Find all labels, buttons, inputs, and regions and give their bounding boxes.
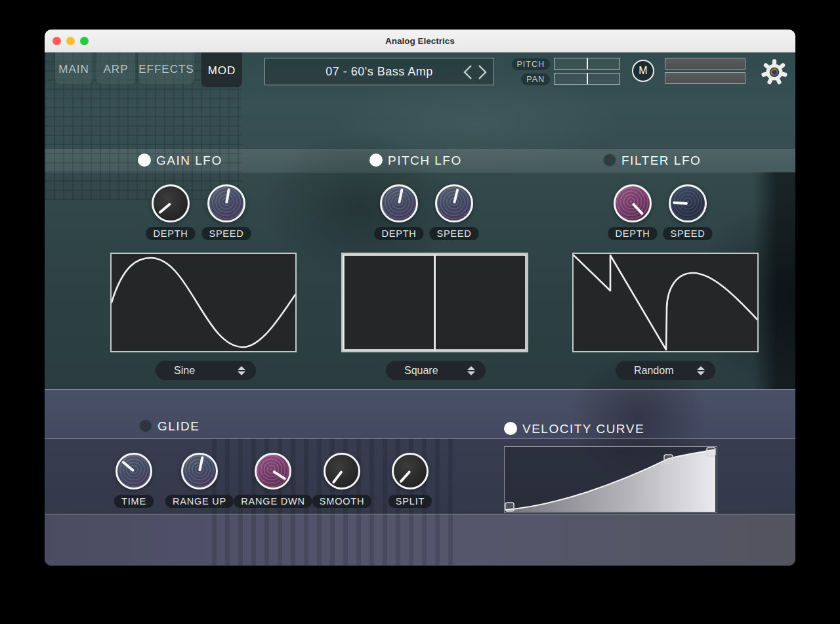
pan-slider-handle[interactable] bbox=[587, 73, 588, 84]
macos-titlebar[interactable]: Analog Electrics bbox=[45, 30, 795, 52]
gain-lfo-title: GAIN LFO bbox=[156, 152, 222, 169]
pitch-slider-handle[interactable] bbox=[587, 58, 588, 69]
gain-lfo-waveform-display bbox=[110, 253, 297, 352]
filter-lfo-enable-led[interactable] bbox=[603, 154, 616, 167]
knob-pointer bbox=[332, 470, 343, 484]
velocity-curve-editor[interactable] bbox=[504, 446, 717, 513]
gain-wave-select[interactable]: Sine bbox=[156, 361, 256, 380]
plugin-window: Analog Electrics MAIN ARP EFFECTS MOD bbox=[45, 30, 795, 566]
gain-speed-label: SPEED bbox=[201, 227, 251, 240]
plugin-body: MAIN ARP EFFECTS MOD 07 - 60's Bass Amp … bbox=[45, 52, 795, 566]
pitch-label: PITCH bbox=[512, 58, 551, 70]
knob-pointer bbox=[632, 203, 644, 216]
pitch-lfo-depth-knob[interactable] bbox=[380, 184, 418, 222]
gain-lfo-depth-knob[interactable] bbox=[152, 184, 190, 222]
glide-range-up-label: RANGE UP bbox=[165, 495, 234, 508]
glide-smooth-label: SMOOTH bbox=[312, 495, 371, 508]
level-meter-left bbox=[665, 58, 746, 70]
preset-selector[interactable]: 07 - 60's Bass Amp bbox=[264, 58, 494, 85]
filter-lfo-title: FILTER LFO bbox=[621, 152, 701, 169]
filter-depth-label: DEPTH bbox=[608, 227, 657, 240]
velocity-curve-enable-led[interactable] bbox=[504, 422, 517, 435]
glide-split-knob[interactable] bbox=[392, 453, 429, 489]
pitch-lfo-waveform-display bbox=[341, 253, 528, 352]
tab-arp[interactable]: ARP bbox=[96, 52, 135, 84]
velocity-curve-graph bbox=[505, 447, 717, 512]
divider-line bbox=[45, 514, 795, 514]
velocity-handle-end[interactable] bbox=[707, 447, 715, 456]
glide-time-knob[interactable] bbox=[116, 453, 152, 489]
velocity-handle-start[interactable] bbox=[505, 503, 514, 511]
velocity-handle-mid[interactable] bbox=[664, 455, 673, 463]
divider-line bbox=[45, 438, 795, 439]
desktop-background: Analog Electrics MAIN ARP EFFECTS MOD bbox=[0, 0, 840, 624]
filter-speed-label: SPEED bbox=[663, 227, 712, 240]
preset-name: 07 - 60's Bass Amp bbox=[326, 65, 433, 79]
select-arrows-icon bbox=[467, 366, 475, 375]
pitch-lfo-speed-knob[interactable] bbox=[435, 184, 473, 222]
knob-pointer bbox=[453, 188, 459, 203]
gain-lfo-enable-led[interactable] bbox=[138, 154, 151, 167]
filter-wave-select[interactable]: Random bbox=[616, 361, 715, 380]
glide-range-down-knob[interactable] bbox=[255, 453, 291, 489]
glide-smooth-knob[interactable] bbox=[324, 453, 360, 489]
knob-pointer bbox=[398, 188, 404, 203]
tab-main[interactable]: MAIN bbox=[55, 52, 93, 84]
glide-range-down-label: RANGE DWN bbox=[234, 495, 312, 508]
pitch-lfo-title: PITCH LFO bbox=[388, 152, 462, 169]
settings-gear-icon[interactable] bbox=[759, 57, 789, 87]
select-arrows-icon bbox=[238, 366, 245, 375]
pitch-wave-value: Square bbox=[404, 365, 438, 377]
knob-pointer bbox=[121, 461, 135, 472]
pan-slider[interactable] bbox=[554, 73, 620, 85]
pitch-depth-label: DEPTH bbox=[374, 227, 423, 240]
tab-mod[interactable]: MOD bbox=[201, 52, 242, 87]
glide-range-up-knob[interactable] bbox=[181, 453, 218, 489]
divider-line bbox=[45, 172, 795, 173]
knob-pointer bbox=[399, 470, 411, 484]
glide-enable-led[interactable] bbox=[139, 419, 152, 432]
divider-line bbox=[45, 389, 795, 390]
mute-button[interactable]: M bbox=[632, 60, 654, 82]
pan-label: PAN bbox=[521, 73, 550, 85]
select-arrows-icon bbox=[697, 366, 705, 375]
bottom-strip bbox=[45, 514, 795, 566]
knob-pointer bbox=[272, 470, 286, 480]
level-meter-right bbox=[665, 72, 746, 84]
knob-pointer bbox=[158, 202, 171, 214]
glide-time-label: TIME bbox=[114, 495, 154, 508]
pitch-slider[interactable] bbox=[554, 58, 620, 70]
pitch-wave-select[interactable]: Square bbox=[386, 361, 486, 380]
preset-prev-next-icon[interactable] bbox=[461, 63, 490, 81]
knob-pointer bbox=[673, 201, 688, 205]
velocity-curve-title: VELOCITY CURVE bbox=[522, 421, 644, 438]
filter-wave-value: Random bbox=[634, 365, 673, 377]
knob-pointer bbox=[225, 188, 230, 203]
knob-pointer bbox=[198, 456, 204, 471]
pitch-speed-label: SPEED bbox=[429, 227, 478, 240]
random-wave-icon bbox=[574, 254, 757, 351]
filter-lfo-waveform-display bbox=[572, 253, 759, 352]
gain-lfo-speed-knob[interactable] bbox=[207, 184, 245, 222]
gain-wave-value: Sine bbox=[174, 365, 195, 377]
glide-split-label: SPLIT bbox=[388, 495, 432, 508]
filter-lfo-speed-knob[interactable] bbox=[669, 184, 707, 222]
glide-title: GLIDE bbox=[158, 418, 200, 435]
filter-lfo-depth-knob[interactable] bbox=[614, 184, 652, 222]
pitch-lfo-enable-led[interactable] bbox=[369, 154, 383, 167]
gain-depth-label: DEPTH bbox=[146, 227, 195, 240]
sine-wave-icon bbox=[112, 254, 295, 351]
square-wave-icon bbox=[343, 254, 527, 351]
window-title: Analog Electrics bbox=[45, 30, 795, 52]
tab-effects[interactable]: EFFECTS bbox=[138, 52, 194, 84]
